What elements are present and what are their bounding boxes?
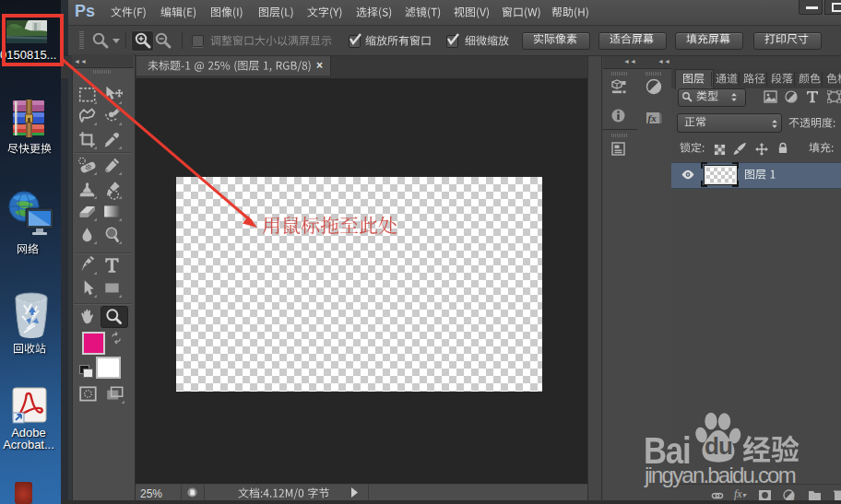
svg-text:du: du: [705, 432, 732, 460]
